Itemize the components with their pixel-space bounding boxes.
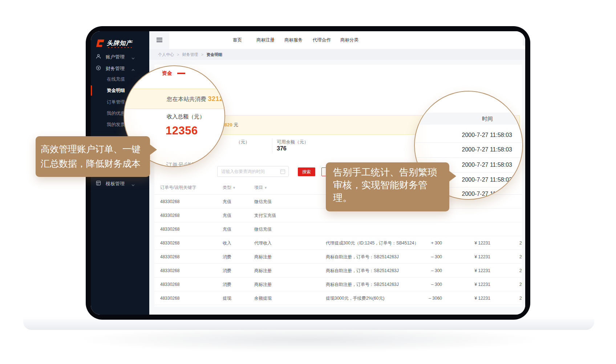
hamburger-menu-button[interactable] [149, 31, 169, 49]
callout-left: 高效管理账户订单、一键 汇总数据，降低财务成本 [36, 136, 150, 177]
table-row: 48330268 消费 商标注册 商标自助注册，订单号：SB2514263J –… [154, 278, 522, 291]
magnified-banner: 您在本站共消费32124 [124, 89, 225, 109]
callout-right: 告别手工统计、告别繁琐 审核，实现智能财务管 理。 [326, 162, 449, 211]
magnified-time-value: 2000-7-27 11:58:03 [437, 129, 512, 141]
date-query-input[interactable] [218, 166, 279, 177]
chevron-down-icon [131, 55, 135, 61]
breadcrumb-current: 资金明细 [206, 52, 222, 57]
table-row: 48330268 充值 微信充值 [154, 222, 522, 236]
callout-arrow-right [150, 144, 157, 155]
magnified-time-value: 2000-7-27 11:58:03 [437, 144, 512, 155]
stat-available-balance-value: 376 [277, 145, 287, 152]
magnified-income-value: 12356 [166, 124, 198, 137]
logo-subtext-decoration [108, 47, 132, 48]
breadcrumb: 个人中心 > 财务管理 > 资金明细 [149, 49, 525, 60]
chevron-up-icon [131, 67, 135, 72]
callout-arrow-right [449, 171, 456, 182]
global-search [523, 36, 525, 46]
user-icon [96, 54, 101, 60]
logo-text: 头牌知产 [107, 39, 132, 47]
chevron-down-icon: ▼ [232, 186, 236, 190]
date-query-field [217, 166, 289, 177]
magnified-tab-active-fragment: 资金 [162, 70, 172, 77]
table-row: 48330268 提现 余额提现 提现3000元，手续费2%(60元) – 30… [154, 291, 522, 305]
logo[interactable]: 头牌知产 [96, 39, 146, 49]
calendar-icon[interactable] [280, 169, 285, 174]
chevron-down-icon: ▼ [264, 186, 267, 190]
finance-icon [96, 65, 101, 72]
sidebar-item-template[interactable]: 模板管理 [91, 178, 149, 189]
stat-divider [272, 138, 272, 153]
table-row: 48330268 收入 代理收入 代理提成300元（ID:1245，订单号：SB… [154, 236, 522, 250]
app-window: 头牌知产 账户管理 财务管理 [91, 31, 525, 315]
table-row: 48330268 消费 商标注册 商标自助注册，订单号：SB2514263J –… [154, 250, 522, 264]
nav-home[interactable]: 首页 [233, 31, 242, 49]
sidebar-item-finance[interactable]: 财务管理 [91, 63, 149, 74]
nav-trademark-category[interactable]: 商标分类 [340, 31, 358, 49]
sidebar-item-account[interactable]: 账户管理 [91, 51, 149, 62]
breadcrumb-part[interactable]: 个人中心 [158, 52, 174, 57]
logo-mark-icon [96, 39, 104, 49]
laptop-frame: 头牌知产 账户管理 财务管理 [86, 26, 530, 320]
col-header-type[interactable]: 类型▼ [223, 183, 236, 192]
table-row: 48330268 消费 商标注册 商标自助注册，订单号：SB2514263J –… [154, 264, 522, 278]
page: 头牌知产 账户管理 财务管理 [0, 0, 616, 364]
nav-trademark-register[interactable]: 商标注册 [256, 31, 275, 49]
magnified-income-label: 收入总额（元） [167, 113, 205, 120]
active-indicator [91, 85, 92, 96]
search-input[interactable] [523, 36, 525, 46]
topbar: 首页 商标注册 商标服务 代理合作 商标分类 [149, 31, 525, 49]
breadcrumb-part[interactable]: 财务管理 [182, 52, 198, 57]
template-icon [96, 181, 101, 187]
ground-shadow [73, 327, 545, 352]
col-header-order[interactable]: 订单号/说明关键字 [160, 183, 218, 192]
stat-available-balance-label: 可用余额（元） [277, 139, 309, 145]
nav-trademark-service[interactable]: 商标服务 [284, 31, 303, 49]
search-button[interactable]: 搜索 [298, 167, 315, 176]
magnified-tab-underline [177, 73, 185, 74]
magnified-time-header: 时间 [415, 113, 523, 125]
col-header-project[interactable]: 项目▼ [254, 183, 267, 192]
laptop-base [23, 319, 594, 330]
nav-agent-cooperation[interactable]: 代理合作 [313, 31, 331, 49]
chevron-down-icon [131, 182, 135, 187]
stat-label-partial: （元） [236, 139, 250, 145]
